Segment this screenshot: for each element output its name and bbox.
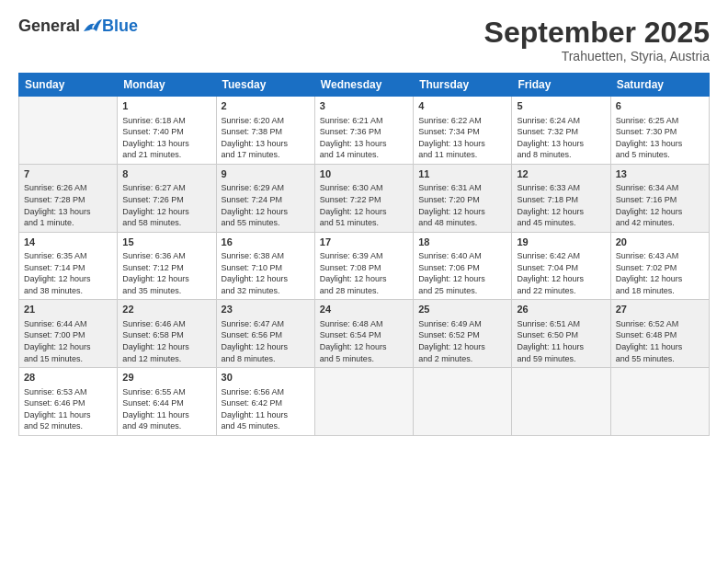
day-number: 27 [616,303,704,316]
logo-bird-icon [82,18,102,35]
calendar-cell: 29Sunrise: 6:55 AM Sunset: 6:44 PM Dayli… [118,368,216,436]
day-number: 28 [24,371,112,385]
day-info: Sunrise: 6:46 AM Sunset: 6:58 PM Dayligh… [122,318,210,364]
day-info: Sunrise: 6:21 AM Sunset: 7:36 PM Dayligh… [320,115,408,161]
day-info: Sunrise: 6:22 AM Sunset: 7:34 PM Dayligh… [418,115,506,161]
day-info: Sunrise: 6:26 AM Sunset: 7:28 PM Dayligh… [24,182,112,228]
calendar-cell: 14Sunrise: 6:35 AM Sunset: 7:14 PM Dayli… [19,232,118,300]
day-number: 20 [616,236,704,249]
col-friday: Friday [512,74,610,97]
header: General Blue September 2025 Trahuetten, … [18,17,710,63]
calendar-cell: 6Sunrise: 6:25 AM Sunset: 7:30 PM Daylig… [610,97,709,165]
calendar-cell: 8Sunrise: 6:27 AM Sunset: 7:26 PM Daylig… [118,164,216,232]
calendar-cell: 16Sunrise: 6:38 AM Sunset: 7:10 PM Dayli… [216,232,314,300]
day-info: Sunrise: 6:31 AM Sunset: 7:20 PM Dayligh… [418,182,506,228]
day-number: 9 [222,167,310,181]
location: Trahuetten, Styria, Austria [484,49,710,63]
calendar-cell: 1Sunrise: 6:18 AM Sunset: 7:40 PM Daylig… [118,97,216,165]
week-row-1: 1Sunrise: 6:18 AM Sunset: 7:40 PM Daylig… [19,97,710,165]
day-number: 3 [320,99,408,113]
week-row-4: 21Sunrise: 6:44 AM Sunset: 7:00 PM Dayli… [19,300,710,368]
day-number: 26 [517,303,605,316]
calendar-cell: 15Sunrise: 6:36 AM Sunset: 7:12 PM Dayli… [118,232,216,300]
day-info: Sunrise: 6:35 AM Sunset: 7:14 PM Dayligh… [24,250,112,296]
col-monday: Monday [118,74,216,97]
day-number: 29 [122,371,210,385]
calendar-cell: 28Sunrise: 6:53 AM Sunset: 6:46 PM Dayli… [19,368,118,436]
logo-blue: Blue [102,17,138,36]
day-info: Sunrise: 6:34 AM Sunset: 7:16 PM Dayligh… [616,182,704,228]
day-info: Sunrise: 6:52 AM Sunset: 6:48 PM Dayligh… [616,318,704,364]
day-number: 22 [122,303,210,316]
day-number: 19 [517,236,605,249]
calendar-cell: 19Sunrise: 6:42 AM Sunset: 7:04 PM Dayli… [512,232,610,300]
day-info: Sunrise: 6:25 AM Sunset: 7:30 PM Dayligh… [616,115,704,161]
calendar-cell: 22Sunrise: 6:46 AM Sunset: 6:58 PM Dayli… [118,300,216,368]
col-tuesday: Tuesday [216,74,314,97]
day-number: 10 [320,167,408,181]
day-info: Sunrise: 6:38 AM Sunset: 7:10 PM Dayligh… [222,250,310,296]
calendar-cell: 18Sunrise: 6:40 AM Sunset: 7:06 PM Dayli… [414,232,512,300]
day-number: 12 [517,167,605,181]
day-number: 2 [222,99,310,113]
calendar-cell: 17Sunrise: 6:39 AM Sunset: 7:08 PM Dayli… [314,232,413,300]
calendar-cell: 26Sunrise: 6:51 AM Sunset: 6:50 PM Dayli… [512,300,610,368]
day-number: 21 [24,303,112,316]
calendar-cell: 11Sunrise: 6:31 AM Sunset: 7:20 PM Dayli… [414,164,512,232]
day-info: Sunrise: 6:55 AM Sunset: 6:44 PM Dayligh… [122,386,210,432]
day-info: Sunrise: 6:42 AM Sunset: 7:04 PM Dayligh… [517,250,605,296]
calendar-cell: 2Sunrise: 6:20 AM Sunset: 7:38 PM Daylig… [216,97,314,165]
calendar-cell [314,368,413,436]
logo-general: General [18,17,80,36]
calendar-cell: 5Sunrise: 6:24 AM Sunset: 7:32 PM Daylig… [512,97,610,165]
day-number: 18 [418,236,506,249]
day-number: 5 [517,99,605,113]
calendar-cell: 9Sunrise: 6:29 AM Sunset: 7:24 PM Daylig… [216,164,314,232]
day-info: Sunrise: 6:49 AM Sunset: 6:52 PM Dayligh… [418,318,506,364]
logo: General Blue [18,17,138,36]
calendar-cell: 24Sunrise: 6:48 AM Sunset: 6:54 PM Dayli… [314,300,413,368]
day-info: Sunrise: 6:29 AM Sunset: 7:24 PM Dayligh… [222,182,310,228]
calendar-header-row: Sunday Monday Tuesday Wednesday Thursday… [19,74,710,97]
day-info: Sunrise: 6:48 AM Sunset: 6:54 PM Dayligh… [320,318,408,364]
calendar-cell [512,368,610,436]
day-number: 23 [222,303,310,316]
calendar-cell: 13Sunrise: 6:34 AM Sunset: 7:16 PM Dayli… [610,164,709,232]
calendar-cell [610,368,709,436]
day-number: 30 [222,371,310,385]
day-number: 24 [320,303,408,316]
col-saturday: Saturday [610,74,709,97]
col-wednesday: Wednesday [314,74,413,97]
calendar-cell [414,368,512,436]
day-info: Sunrise: 6:30 AM Sunset: 7:22 PM Dayligh… [320,182,408,228]
day-number: 14 [24,236,112,249]
day-number: 8 [122,167,210,181]
calendar-cell: 12Sunrise: 6:33 AM Sunset: 7:18 PM Dayli… [512,164,610,232]
day-number: 25 [418,303,506,316]
day-number: 7 [24,167,112,181]
day-info: Sunrise: 6:43 AM Sunset: 7:02 PM Dayligh… [616,250,704,296]
col-sunday: Sunday [19,74,118,97]
calendar-cell: 23Sunrise: 6:47 AM Sunset: 6:56 PM Dayli… [216,300,314,368]
day-number: 17 [320,236,408,249]
calendar-table: Sunday Monday Tuesday Wednesday Thursday… [18,73,710,436]
calendar-cell: 25Sunrise: 6:49 AM Sunset: 6:52 PM Dayli… [414,300,512,368]
day-number: 15 [122,236,210,249]
day-info: Sunrise: 6:36 AM Sunset: 7:12 PM Dayligh… [122,250,210,296]
week-row-2: 7Sunrise: 6:26 AM Sunset: 7:28 PM Daylig… [19,164,710,232]
day-number: 16 [222,236,310,249]
calendar-cell: 10Sunrise: 6:30 AM Sunset: 7:22 PM Dayli… [314,164,413,232]
page: General Blue September 2025 Trahuetten, … [0,0,728,563]
title-section: September 2025 Trahuetten, Styria, Austr… [484,17,710,63]
calendar-cell: 20Sunrise: 6:43 AM Sunset: 7:02 PM Dayli… [610,232,709,300]
month-title: September 2025 [484,17,710,49]
calendar-cell [19,97,118,165]
week-row-5: 28Sunrise: 6:53 AM Sunset: 6:46 PM Dayli… [19,368,710,436]
day-info: Sunrise: 6:40 AM Sunset: 7:06 PM Dayligh… [418,250,506,296]
day-number: 1 [122,99,210,113]
calendar-cell: 4Sunrise: 6:22 AM Sunset: 7:34 PM Daylig… [414,97,512,165]
day-info: Sunrise: 6:39 AM Sunset: 7:08 PM Dayligh… [320,250,408,296]
calendar-cell: 30Sunrise: 6:56 AM Sunset: 6:42 PM Dayli… [216,368,314,436]
day-info: Sunrise: 6:56 AM Sunset: 6:42 PM Dayligh… [222,386,310,432]
day-info: Sunrise: 6:24 AM Sunset: 7:32 PM Dayligh… [517,115,605,161]
